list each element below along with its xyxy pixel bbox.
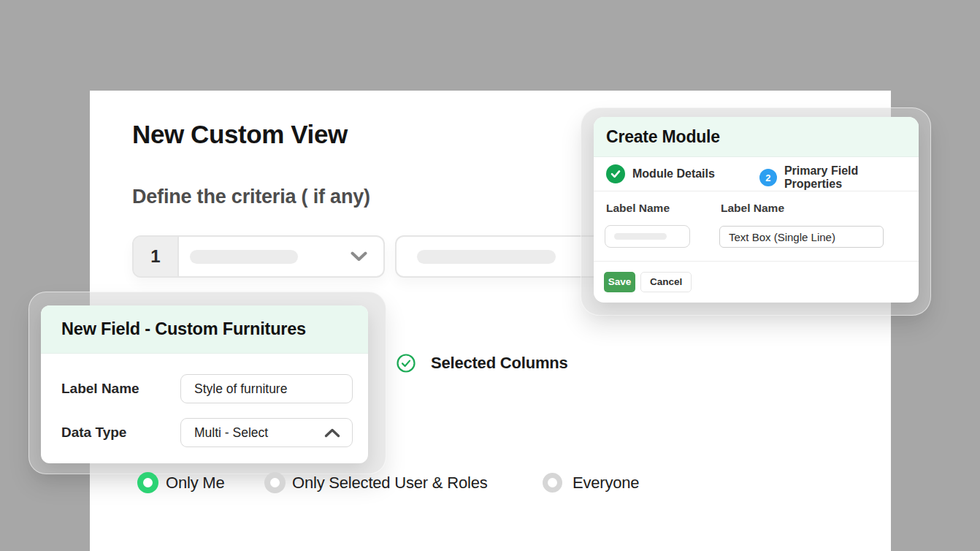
chevron-down-icon [351, 251, 367, 262]
radio-only-me-label[interactable]: Only Me [166, 474, 225, 493]
radio-only-selected-user-roles[interactable] [264, 472, 286, 493]
field-label: Label Name [61, 381, 139, 397]
check-circle-icon [397, 354, 416, 373]
step-number-badge: 2 [759, 169, 777, 186]
field-label: Data Type [61, 425, 126, 441]
placeholder-pill [417, 250, 556, 264]
radio-dot [548, 478, 557, 487]
criteria-row-1-field-dropdown[interactable]: 1 [132, 235, 385, 278]
create-module-footer: Save Cancel [594, 262, 919, 302]
radio-everyone-label[interactable]: Everyone [573, 474, 639, 493]
data-type-value: Multi - Select [181, 425, 268, 441]
label-name-input[interactable]: Style of furniture [180, 374, 353, 403]
selected-columns-section: Selected Columns [397, 354, 568, 373]
step-label: Module Details [632, 167, 715, 180]
create-module-header: Create Module [594, 117, 919, 157]
radio-dot [143, 478, 153, 487]
criteria-heading: Define the criteria ( if any) [132, 186, 370, 208]
field-type-input[interactable]: Text Box (Single Line) [719, 226, 884, 248]
radio-only-selected-user-roles-label[interactable]: Only Selected User & Roles [292, 474, 487, 493]
cancel-button[interactable]: Cancel [640, 272, 692, 292]
radio-dot [270, 478, 280, 487]
step-primary-field-properties[interactable]: 2 Primary Field Properties [759, 164, 919, 191]
step-label: Primary Field Properties [784, 164, 919, 191]
step-complete-icon [606, 164, 625, 183]
field-label: Label Name [606, 202, 670, 215]
new-field-header: New Field - Custom Furnitures [41, 305, 368, 354]
label-name-input[interactable] [605, 225, 690, 248]
radio-everyone[interactable] [543, 473, 562, 493]
create-module-fields: Label Name Label Name Text Box (Single L… [594, 191, 919, 262]
step-module-details[interactable]: Module Details [606, 164, 715, 183]
field-type-value: Text Box (Single Line) [720, 231, 835, 243]
save-button[interactable]: Save [604, 272, 635, 292]
radio-only-me[interactable] [137, 472, 158, 493]
selected-columns-label: Selected Columns [431, 354, 568, 373]
dialog-title: Create Module [606, 127, 720, 147]
placeholder-pill [190, 250, 298, 264]
placeholder-pill [614, 233, 667, 240]
field-label: Label Name [721, 202, 784, 215]
chevron-up-icon [324, 428, 340, 438]
criteria-row-number: 1 [134, 237, 179, 276]
dialog-title: New Field - Custom Furnitures [61, 319, 306, 339]
create-module-dialog: Create Module Module Details 2 Primary F… [594, 117, 919, 303]
create-module-steps: Module Details 2 Primary Field Propertie… [594, 157, 919, 191]
new-field-dialog: New Field - Custom Furnitures Label Name… [41, 305, 368, 463]
data-type-select[interactable]: Multi - Select [180, 418, 353, 447]
label-name-value: Style of furniture [181, 381, 287, 397]
page-title: New Custom View [132, 120, 348, 149]
